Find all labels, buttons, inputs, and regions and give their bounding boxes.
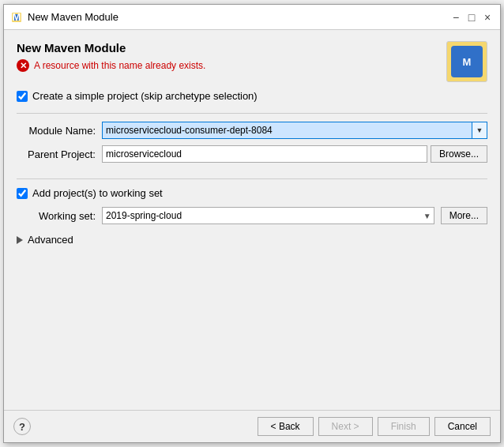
more-button[interactable]: More... [441, 207, 487, 224]
simple-project-row[interactable]: Create a simple project (skip archetype … [17, 90, 487, 102]
parent-project-input[interactable] [102, 145, 427, 163]
browse-button[interactable]: Browse... [431, 145, 487, 163]
working-set-dropdown-wrapper: 2019-spring-cloud ▼ [102, 207, 434, 224]
maven-logo: M [446, 41, 487, 82]
error-message: A resource with this name already exists… [34, 60, 205, 71]
cancel-button[interactable]: Cancel [434, 417, 491, 436]
parent-project-row: Parent Project: Browse... [17, 145, 487, 163]
parent-project-wrapper: Browse... [102, 145, 487, 163]
window-icon: M [10, 11, 23, 24]
error-icon: ✕ [17, 59, 29, 72]
close-button[interactable]: × [481, 11, 494, 24]
module-name-row: Module Name: ▼ [17, 122, 487, 139]
content-area: New Maven Module ✕ A resource with this … [4, 30, 500, 410]
simple-project-checkbox[interactable] [17, 91, 28, 102]
page-title: New Maven Module [17, 41, 205, 54]
window-title: New Maven Module [28, 11, 118, 23]
advanced-label: Advanced [28, 234, 73, 246]
add-workingset-row[interactable]: Add project(s) to working set [17, 187, 487, 199]
title-bar-left: M New Maven Module [10, 11, 118, 24]
working-set-select[interactable]: 2019-spring-cloud [102, 207, 434, 224]
working-set-section: Add project(s) to working set Working se… [17, 187, 487, 224]
help-button[interactable]: ? [13, 418, 31, 435]
svg-text:M: M [13, 11, 21, 23]
header-area: New Maven Module ✕ A resource with this … [17, 41, 487, 82]
next-button[interactable]: Next > [318, 417, 373, 436]
module-name-input[interactable] [102, 122, 472, 139]
maven-icon-letter: M [451, 46, 483, 77]
working-set-row: Working set: 2019-spring-cloud ▼ More... [17, 207, 487, 224]
divider-1 [17, 113, 487, 114]
error-row: ✕ A resource with this name already exis… [17, 59, 205, 72]
add-workingset-label[interactable]: Add project(s) to working set [32, 187, 163, 199]
add-workingset-checkbox[interactable] [17, 188, 28, 199]
advanced-section[interactable]: Advanced [17, 232, 487, 247]
minimize-button[interactable]: − [449, 11, 462, 24]
spacer [17, 247, 487, 402]
title-bar-controls: − □ × [449, 11, 494, 24]
advanced-triangle-icon [17, 236, 23, 244]
module-name-label: Module Name: [17, 125, 96, 137]
maximize-button[interactable]: □ [465, 11, 478, 24]
header-text-group: New Maven Module ✕ A resource with this … [17, 41, 205, 72]
module-name-dropdown-btn[interactable]: ▼ [472, 122, 487, 139]
title-bar: M New Maven Module − □ × [4, 5, 500, 30]
simple-project-label[interactable]: Create a simple project (skip archetype … [32, 90, 258, 102]
back-button[interactable]: < Back [258, 417, 314, 436]
parent-project-label: Parent Project: [17, 148, 96, 160]
module-name-input-wrapper: ▼ [102, 122, 487, 139]
working-set-label: Working set: [17, 210, 96, 222]
form-area: Module Name: ▼ Parent Project: Browse... [17, 122, 487, 163]
button-bar: ? < Back Next > Finish Cancel [4, 410, 500, 442]
finish-button[interactable]: Finish [378, 417, 430, 436]
divider-2 [17, 178, 487, 179]
main-window: M New Maven Module − □ × New Maven Modul… [3, 4, 501, 443]
